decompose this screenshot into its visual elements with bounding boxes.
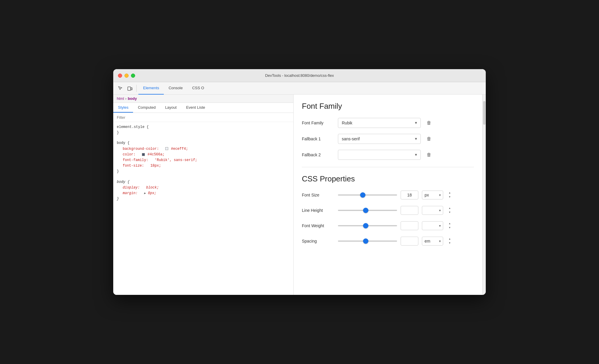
font-family-select-wrapper: Rubik Arial Georgia ▼ [338, 118, 421, 128]
devtools-content: html › body Styles Computed Layout [113, 95, 486, 295]
font-weight-slider[interactable] [338, 223, 397, 229]
fallback2-row: Fallback 2 sans-serif serif ▼ 🗑 [302, 150, 474, 160]
sub-tab-styles[interactable]: Styles [113, 103, 133, 113]
css-property-margin: margin: ▶ 8px; [117, 191, 290, 196]
font-family-delete-button[interactable]: 🗑 [424, 118, 434, 128]
sub-tab-layout[interactable]: Layout [160, 103, 181, 113]
font-size-unit-select[interactable]: px em rem % [422, 191, 443, 199]
font-size-row: Font Size px em rem % [302, 191, 474, 199]
css-closing-brace: } [117, 130, 290, 136]
font-family-select[interactable]: Rubik Arial Georgia [338, 118, 421, 128]
tab-css[interactable]: CSS O [187, 82, 209, 95]
traffic-lights [118, 74, 135, 78]
right-panel: Font Family Font Family Rubik Arial Geor… [294, 95, 482, 295]
color-swatch-4c566a [142, 153, 145, 156]
devtools-panel: Elements Console CSS O html › body [113, 82, 486, 295]
toolbar-divider [136, 85, 137, 92]
css-block-body-1: body { background-color: #eceff4; color:… [117, 140, 290, 174]
tab-elements[interactable]: Elements [138, 82, 164, 95]
fallback1-delete-button[interactable]: 🗑 [424, 134, 434, 144]
minimize-button[interactable] [124, 74, 129, 78]
font-weight-row: Font Weight 100 400 700 [302, 221, 474, 230]
sub-tabs: Styles Computed Layout Event Liste [113, 103, 293, 113]
fallback1-label: Fallback 1 [302, 136, 334, 141]
font-family-row: Font Family Rubik Arial Georgia ▼ 🗑 [302, 118, 474, 128]
device-icon[interactable] [125, 84, 135, 93]
filter-bar [113, 113, 293, 122]
line-height-decrement[interactable]: ▼ [447, 210, 453, 214]
triangle-icon: ▶ [144, 192, 146, 195]
sub-tab-computed[interactable]: Computed [133, 103, 160, 113]
line-height-unit-select[interactable]: px em rem [422, 206, 443, 215]
slider-thumb[interactable] [363, 238, 368, 244]
slider-track [338, 225, 397, 226]
css-closing-brace: } [117, 196, 290, 202]
inspect-icon[interactable] [116, 84, 125, 93]
devtools-toolbar: Elements Console CSS O [113, 82, 486, 95]
spacing-input[interactable] [401, 237, 418, 246]
spacing-unit-select[interactable]: em px rem [422, 237, 443, 246]
left-panel: html › body Styles Computed Layout [113, 95, 294, 295]
font-size-decrement[interactable]: ▼ [447, 195, 453, 199]
spacing-increment[interactable]: ▲ [447, 237, 453, 241]
css-property-bg: background-color: #eceff4; [117, 146, 290, 152]
spacing-row: Spacing em px rem ▼ [302, 237, 474, 246]
breadcrumb-html[interactable]: html [117, 96, 124, 101]
font-weight-input[interactable] [401, 221, 418, 230]
font-size-input[interactable] [401, 191, 418, 199]
line-height-input[interactable] [401, 206, 418, 215]
spacing-decrement[interactable]: ▼ [447, 241, 453, 245]
css-property-font-size: font-size: 18px; [117, 163, 290, 169]
slider-thumb[interactable] [360, 192, 365, 198]
fallback1-select-wrapper: sans-serif serif monospace ▼ [338, 134, 421, 144]
spacing-stepper: ▲ ▼ [447, 237, 453, 245]
spacing-slider[interactable] [338, 238, 397, 244]
svg-rect-0 [128, 87, 131, 90]
breadcrumb-body[interactable]: body [128, 96, 137, 101]
scrollbar-thumb[interactable] [483, 101, 485, 125]
maximize-button[interactable] [131, 74, 135, 78]
font-family-section-title: Font Family [302, 102, 474, 111]
breadcrumb: html › body [113, 95, 293, 103]
close-button[interactable] [118, 74, 122, 78]
css-property-color: color: #4c566a; [117, 152, 290, 157]
font-size-label: Font Size [302, 193, 334, 197]
font-weight-unit-select[interactable]: 100 400 700 [422, 221, 443, 230]
font-weight-unit-wrapper: 100 400 700 ▼ [422, 221, 443, 230]
fallback1-select[interactable]: sans-serif serif monospace [338, 134, 421, 144]
font-weight-increment[interactable]: ▲ [447, 222, 453, 226]
section-divider [302, 167, 474, 167]
fallback2-select-wrapper: sans-serif serif ▼ [338, 150, 421, 160]
color-swatch-eceff4 [165, 147, 168, 150]
font-size-stepper: ▲ ▼ [447, 191, 453, 199]
filter-input[interactable] [117, 115, 290, 120]
css-selector: body { [117, 140, 290, 146]
window-title: DevTools - localhost:8080/demo/css-flex [265, 73, 334, 78]
css-property-font-family: font-family: 'Rubik', sans-serif; [117, 157, 290, 163]
css-properties-section-title: CSS Properties [302, 174, 474, 183]
slider-thumb[interactable] [363, 208, 368, 213]
sub-tab-event-listeners[interactable]: Event Liste [181, 103, 210, 113]
line-height-slider[interactable] [338, 207, 397, 213]
slider-thumb[interactable] [363, 223, 368, 228]
spacing-unit-wrapper: em px rem ▼ [422, 237, 443, 246]
fallback1-row: Fallback 1 sans-serif serif monospace ▼ … [302, 134, 474, 144]
fallback2-select[interactable]: sans-serif serif [338, 150, 421, 160]
font-family-label: Font Family [302, 121, 334, 125]
svg-rect-1 [131, 88, 132, 90]
css-panel: element.style { } body { background-colo… [113, 122, 293, 295]
line-height-increment[interactable]: ▲ [447, 206, 453, 210]
css-block-element-style: element.style { } [117, 124, 290, 136]
css-property-display: display: block; [117, 185, 290, 191]
font-size-increment[interactable]: ▲ [447, 191, 453, 195]
css-closing-brace: } [117, 169, 290, 174]
line-height-stepper: ▲ ▼ [447, 206, 453, 214]
font-weight-label: Font Weight [302, 223, 334, 228]
spacing-label: Spacing [302, 239, 334, 243]
fallback2-delete-button[interactable]: 🗑 [424, 150, 434, 160]
font-weight-decrement[interactable]: ▼ [447, 226, 453, 230]
font-size-slider[interactable] [338, 192, 397, 198]
right-scrollbar[interactable] [482, 95, 486, 295]
tab-console[interactable]: Console [164, 82, 187, 95]
line-height-label: Line Height [302, 208, 334, 213]
